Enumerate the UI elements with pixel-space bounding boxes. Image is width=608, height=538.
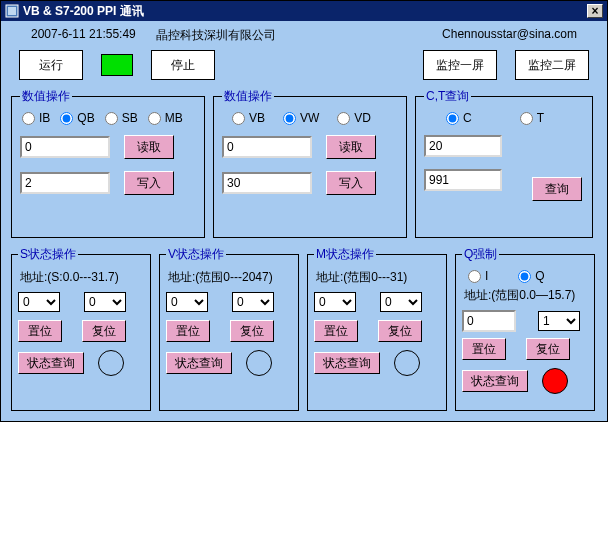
v-query-button[interactable]: 状态查询 [166,352,232,374]
radio-sb[interactable]: SB [105,111,138,125]
m-set-button[interactable]: 置位 [314,320,358,342]
radio-t[interactable]: T [520,111,544,125]
s-reset-button[interactable]: 复位 [82,320,126,342]
numeric-op-2-legend: 数值操作 [222,88,274,105]
num1-read-button[interactable]: 读取 [124,135,174,159]
app-icon [5,4,19,18]
num1-read-input[interactable] [20,136,110,158]
company-label: 晶控科技深圳有限公司 [156,27,276,44]
monitor1-button[interactable]: 监控一屏 [423,50,497,80]
s-legend: S状态操作 [18,246,78,263]
v-addr-label: 地址:(范围0---2047) [168,269,292,286]
close-button[interactable]: × [587,4,603,18]
v-sel-2[interactable]: 0 [232,292,274,312]
numeric-op-1-group: 数值操作 IB QB SB MB 读取 写入 [11,88,205,238]
q-set-button[interactable]: 置位 [462,338,506,360]
num2-read-button[interactable]: 读取 [326,135,376,159]
q-force-group: Q强制 I Q 地址:(范围0.0—15.7) 1 置位 复位 状态查询 [455,246,595,411]
m-reset-button[interactable]: 复位 [378,320,422,342]
stop-button[interactable]: 停止 [151,50,215,80]
m-addr-label: 地址:(范围0---31) [316,269,440,286]
m-sel-2[interactable]: 0 [380,292,422,312]
radio-vb[interactable]: VB [232,111,265,125]
s-query-button[interactable]: 状态查询 [18,352,84,374]
num1-write-button[interactable]: 写入 [124,171,174,195]
radio-ib[interactable]: IB [22,111,50,125]
m-query-button[interactable]: 状态查询 [314,352,380,374]
top-button-row: 运行 停止 监控一屏 监控二屏 [11,50,597,88]
monitor2-button[interactable]: 监控二屏 [515,50,589,80]
q-reset-button[interactable]: 复位 [526,338,570,360]
info-row: 2007-6-11 21:55:49 晶控科技深圳有限公司 Chennousst… [11,27,597,50]
radio-qb[interactable]: QB [60,111,94,125]
v-status-indicator [246,350,272,376]
numeric-op-2-group: 数值操作 VB VW VD 读取 写入 [213,88,407,238]
m-sel-1[interactable]: 0 [314,292,356,312]
ct-query-button[interactable]: 查询 [532,177,582,201]
radio-i[interactable]: I [468,269,488,283]
ct-legend: C,T查询 [424,88,471,105]
ct-input-2[interactable] [424,169,502,191]
ct-input-1[interactable] [424,135,502,157]
q-addr-label: 地址:(范围0.0—15.7) [464,287,588,304]
v-legend: V状态操作 [166,246,226,263]
v-sel-1[interactable]: 0 [166,292,208,312]
q-query-button[interactable]: 状态查询 [462,370,528,392]
s-set-button[interactable]: 置位 [18,320,62,342]
titlebar[interactable]: VB & S7-200 PPI 通讯 × [1,1,607,21]
q-legend: Q强制 [462,246,499,263]
m-status-group: M状态操作 地址:(范围0---31) 0 0 置位 复位 状态查询 [307,246,447,411]
radio-mb[interactable]: MB [148,111,183,125]
s-status-indicator [98,350,124,376]
client-area: 2007-6-11 21:55:49 晶控科技深圳有限公司 Chennousst… [1,21,607,421]
radio-c[interactable]: C [446,111,472,125]
num1-write-input[interactable] [20,172,110,194]
radio-q[interactable]: Q [518,269,544,283]
q-input-1[interactable] [462,310,516,332]
window-title: VB & S7-200 PPI 通讯 [23,3,587,20]
svg-rect-1 [8,7,16,15]
num2-read-input[interactable] [222,136,312,158]
q-sel-2[interactable]: 1 [538,311,580,331]
v-set-button[interactable]: 置位 [166,320,210,342]
m-status-indicator [394,350,420,376]
q-status-indicator [542,368,568,394]
radio-vw[interactable]: VW [283,111,319,125]
status-lamp [101,54,133,76]
numeric-op-1-legend: 数值操作 [20,88,72,105]
num2-write-input[interactable] [222,172,312,194]
s-addr-label: 地址:(S:0.0---31.7) [20,269,144,286]
s-status-group: S状态操作 地址:(S:0.0---31.7) 0 0 置位 复位 状态查询 [11,246,151,411]
v-reset-button[interactable]: 复位 [230,320,274,342]
run-button[interactable]: 运行 [19,50,83,80]
m-legend: M状态操作 [314,246,376,263]
s-sel-1[interactable]: 0 [18,292,60,312]
radio-vd[interactable]: VD [337,111,371,125]
num2-write-button[interactable]: 写入 [326,171,376,195]
datetime-label: 2007-6-11 21:55:49 [31,27,136,44]
s-sel-2[interactable]: 0 [84,292,126,312]
ct-query-group: C,T查询 C T 查询 [415,88,593,238]
v-status-group: V状态操作 地址:(范围0---2047) 0 0 置位 复位 状态查询 [159,246,299,411]
email-label: Chennousstar@sina.com [442,27,577,44]
window: VB & S7-200 PPI 通讯 × 2007-6-11 21:55:49 … [0,0,608,422]
